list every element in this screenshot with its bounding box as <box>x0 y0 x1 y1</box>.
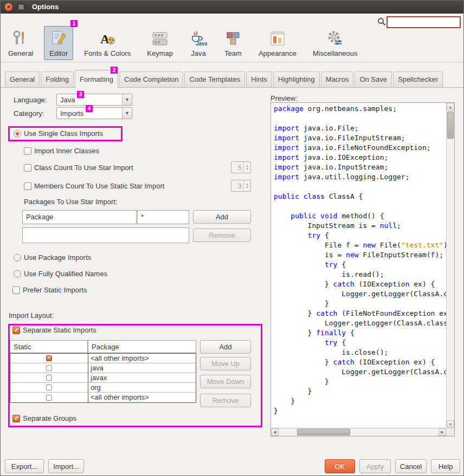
preview-label: Preview: <box>270 94 298 102</box>
toolbar-item-appearance[interactable]: Appearance <box>253 26 302 60</box>
code-line: } <box>274 397 446 407</box>
window-icon <box>17 3 25 12</box>
toolbar-item-label: General <box>8 49 33 57</box>
layout-add-button[interactable]: Add <box>200 340 251 354</box>
scroll-up-icon[interactable]: ▲ <box>447 103 454 110</box>
cancel-button[interactable]: Cancel <box>395 459 427 473</box>
language-combobox[interactable]: Java ▼ <box>56 94 132 106</box>
layout-table-header-package[interactable]: Package <box>88 340 196 353</box>
table-row[interactable]: java <box>10 363 196 373</box>
move-up-button[interactable]: Move Up <box>200 357 251 370</box>
toolbar-item-general[interactable]: General <box>3 26 38 60</box>
prefer-static-label: Prefer Static Imports <box>23 286 87 294</box>
class-count-checkbox[interactable] <box>24 164 31 172</box>
code-line: public class ClassA { <box>274 192 446 202</box>
scroll-down-icon[interactable]: ▼ <box>447 420 454 428</box>
category-combobox[interactable]: Imports ▼ <box>56 107 132 119</box>
separate-static-label: Separate Static Imports <box>23 326 96 334</box>
close-button[interactable]: ✕ <box>4 3 13 11</box>
star-table-body[interactable] <box>22 227 189 243</box>
toolbar-item-editor[interactable]: Editor <box>44 26 73 60</box>
toolbar-item-miscellaneous[interactable]: Miscellaneous <box>307 26 363 60</box>
members-count-spinner[interactable]: 3 ▲▼ <box>231 180 251 192</box>
use-single-class-imports-radio[interactable] <box>14 130 21 138</box>
static-checkbox[interactable] <box>46 384 52 390</box>
package-cell[interactable]: <all other imports> <box>88 393 196 402</box>
titlebar[interactable]: ✕ Options <box>1 1 463 14</box>
toolbar-item-label: Miscellaneous <box>313 49 357 57</box>
import-button[interactable]: Import... <box>48 459 84 473</box>
chevron-down-icon[interactable]: ▼ <box>122 108 132 119</box>
layout-remove-button[interactable]: Remove <box>200 394 251 407</box>
code-line: import java.io.IOException; <box>274 153 446 163</box>
table-row[interactable]: <all other imports> <box>10 354 196 363</box>
scroll-right-icon[interactable]: ▶ <box>439 428 446 436</box>
tab-spellchecker[interactable]: Spellchecker <box>393 71 443 87</box>
layout-table-header-static[interactable]: Static <box>10 340 88 353</box>
static-checkbox[interactable] <box>46 375 52 381</box>
package-cell[interactable]: org <box>88 383 196 392</box>
window-title: Options <box>32 3 59 11</box>
code-line: import java.util.logging.Logger; <box>274 173 446 182</box>
toolbar-item-team[interactable]: Team <box>218 26 248 60</box>
tab-hints[interactable]: Hints <box>246 71 272 87</box>
code-line: import java.io.FileInputStream; <box>274 134 446 144</box>
horizontal-scrollbar[interactable]: ◀ ▶ <box>271 428 446 436</box>
table-row[interactable]: org <box>10 383 196 393</box>
scroll-left-icon[interactable]: ◀ <box>271 428 279 436</box>
code-line: } <box>274 407 446 416</box>
static-checkbox[interactable] <box>46 365 52 371</box>
use-fully-qualified-radio[interactable] <box>14 270 21 278</box>
separate-groups-checkbox[interactable] <box>12 415 20 422</box>
tab-folding[interactable]: Folding <box>41 71 74 87</box>
annotation-badge-1: 1 <box>70 20 78 27</box>
tab-code-completion[interactable]: Code Completion <box>119 71 183 87</box>
star-table-header-star[interactable]: * <box>137 210 189 224</box>
vertical-scrollbar[interactable]: ▲ ▼ <box>446 103 454 428</box>
static-checkbox[interactable] <box>46 355 52 361</box>
spinner-arrows-icon[interactable]: ▲▼ <box>243 180 250 191</box>
table-row[interactable]: <all other imports> <box>10 393 196 402</box>
vscroll-thumb[interactable] <box>447 112 454 139</box>
class-count-spinner[interactable]: 5 ▲▼ <box>231 161 251 173</box>
toolbar-item-label: Appearance <box>259 49 297 57</box>
toolbar-item-fonts-colors[interactable]: AFonts & Colors <box>79 26 136 60</box>
star-remove-button[interactable]: Remove <box>193 229 251 242</box>
move-down-button[interactable]: Move Down <box>200 375 251 388</box>
static-cell <box>10 383 88 392</box>
search-input[interactable] <box>386 16 461 28</box>
annotation-badge-2: 2 <box>111 67 118 74</box>
star-table-header-package[interactable]: Package <box>22 210 137 224</box>
package-cell[interactable]: javax <box>88 373 196 382</box>
tab-on-save[interactable]: On Save <box>355 71 392 87</box>
class-count-label: Class Count To Use Star Import <box>34 164 133 172</box>
star-add-button[interactable]: Add <box>193 210 251 224</box>
toolbar-item-java[interactable]: JavaJava <box>184 26 213 60</box>
import-inner-classes-checkbox[interactable] <box>24 147 31 155</box>
spinner-arrows-icon[interactable]: ▲▼ <box>243 162 250 173</box>
tab-general[interactable]: General <box>5 71 40 87</box>
table-row[interactable]: javax <box>10 373 196 383</box>
code-line: Logger.getLogger(ClassA.class.getName())… <box>274 290 446 299</box>
static-checkbox[interactable] <box>46 395 52 401</box>
tab-highlighting[interactable]: Highlighting <box>273 71 320 87</box>
use-package-imports-radio[interactable] <box>14 254 21 262</box>
hscroll-thumb[interactable] <box>297 429 350 435</box>
ok-button[interactable]: OK <box>325 459 355 473</box>
code-line: File f = new File("test.txt"); <box>274 241 446 251</box>
code-line: } catch (IOException ex) { <box>274 280 446 290</box>
package-cell[interactable]: <all other imports> <box>88 354 196 363</box>
tab-code-templates[interactable]: Code Templates <box>184 71 245 87</box>
members-count-checkbox[interactable] <box>24 182 31 190</box>
spinner-value: 3 <box>231 180 243 191</box>
help-button[interactable]: Help <box>431 459 460 473</box>
separate-static-checkbox[interactable] <box>12 327 20 334</box>
package-cell[interactable]: java <box>88 363 196 373</box>
toolbar-item-keymap[interactable]: Keymap <box>141 26 178 60</box>
export-button[interactable]: Export... <box>5 459 44 473</box>
apply-button[interactable]: Apply <box>359 459 391 473</box>
tab-macros[interactable]: Macros <box>321 71 354 87</box>
prefer-static-checkbox[interactable] <box>12 286 20 294</box>
code-line <box>274 182 446 192</box>
chevron-down-icon[interactable]: ▼ <box>122 94 132 105</box>
